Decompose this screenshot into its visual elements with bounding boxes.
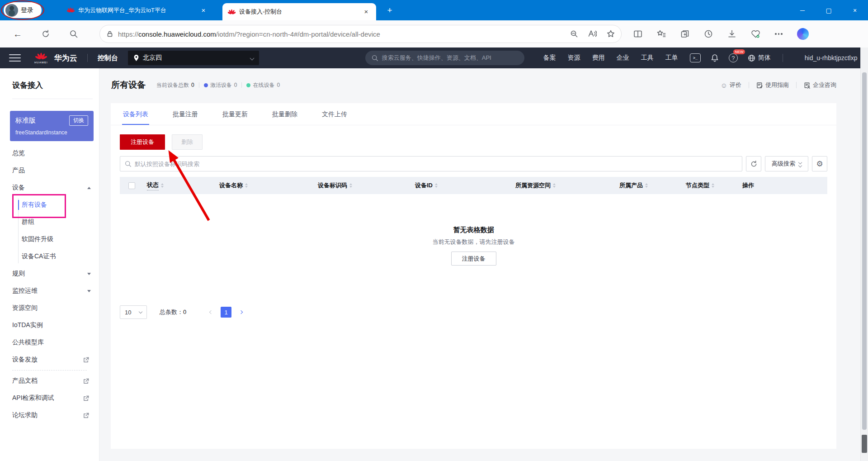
tab-batch-delete[interactable]: 批量删除 — [272, 110, 297, 125]
sidebar-item-forum-help[interactable]: 论坛求助 — [0, 407, 99, 424]
notification-bell-icon[interactable] — [711, 54, 719, 62]
nav-link-billing[interactable]: 费用 — [592, 54, 605, 62]
page-size-select[interactable]: 10 — [120, 305, 147, 319]
address-bar[interactable]: https://console.huaweicloud.com/iotdm/?r… — [99, 25, 622, 43]
brand-name[interactable]: 华为云 — [54, 53, 77, 63]
tab-batch-register[interactable]: 批量注册 — [173, 110, 198, 125]
console-link[interactable]: 控制台 — [98, 54, 118, 62]
prev-page-button[interactable] — [206, 307, 216, 317]
browser-profile-button[interactable]: 登录 — [4, 2, 42, 18]
search-icon[interactable] — [66, 26, 81, 42]
sort-icon[interactable] — [435, 183, 438, 188]
downloads-icon[interactable] — [727, 29, 736, 38]
table-settings-button[interactable]: ⚙ — [812, 156, 827, 171]
sidebar-group-rules[interactable]: 规则 — [0, 265, 99, 282]
sidebar-item-device-provisioning[interactable]: 设备发放 — [0, 351, 99, 368]
topnav-links: 备案 资源 费用 企业 工具 工单 — [543, 54, 678, 62]
cloud-search-input[interactable]: 搜索云服务、快捷操作、资源、文档、API — [365, 51, 524, 65]
advanced-search-button[interactable]: 高级搜索 — [765, 156, 808, 171]
huawei-favicon — [67, 7, 75, 14]
empty-register-device-button[interactable]: 注册设备 — [451, 252, 496, 266]
region-selector[interactable]: 北京四 — [128, 51, 259, 65]
region-name: 北京四 — [143, 54, 162, 62]
sidebar-item-iotda-instances[interactable]: IoTDA实例 — [0, 317, 99, 334]
browser-essentials-icon[interactable] — [751, 30, 760, 38]
read-aloud-icon[interactable] — [588, 30, 597, 38]
switch-instance-button[interactable]: 切换 — [69, 115, 88, 126]
sidebar-group-monitoring[interactable]: 监控运维 — [0, 282, 99, 299]
guide-doc-icon — [756, 82, 763, 89]
sidebar-item-public-model-library[interactable]: 公共模型库 — [0, 334, 99, 351]
sort-icon[interactable] — [245, 183, 248, 188]
close-tab-icon[interactable]: × — [362, 7, 371, 16]
nav-link-ticket[interactable]: 工单 — [665, 54, 678, 62]
reload-icon[interactable] — [38, 26, 53, 42]
smiley-icon: ☺ — [721, 81, 727, 89]
instance-edition: 标准版 — [15, 116, 36, 125]
collections-icon[interactable] — [680, 29, 689, 38]
sidebar-item-groups[interactable]: 群组 — [0, 214, 99, 231]
device-search-box[interactable] — [120, 156, 742, 171]
cli-icon[interactable]: >_ — [690, 53, 701, 62]
browser-tab-iot-portal[interactable]: 华为云物联网平台_华为云IoT平台 × — [61, 0, 213, 20]
tab-file-upload[interactable]: 文件上传 — [322, 110, 347, 125]
copilot-icon[interactable] — [797, 28, 809, 40]
nav-link-beian[interactable]: 备案 — [543, 54, 556, 62]
scrollbar-down-button[interactable] — [862, 435, 867, 453]
user-account-id[interactable]: hid_u-rhbktjpzctlxp — [805, 54, 858, 62]
browser-tab-device-console[interactable]: 设备接入-控制台 × — [222, 3, 376, 20]
sidebar-item-api-explorer[interactable]: API检索和调试 — [0, 390, 99, 407]
back-icon[interactable]: ← — [10, 26, 25, 42]
history-icon[interactable] — [704, 29, 713, 38]
external-link-icon — [83, 357, 89, 363]
favorites-icon[interactable] — [657, 29, 666, 38]
sidebar-item-product-docs[interactable]: 产品文档 — [0, 372, 99, 390]
hamburger-menu-icon[interactable] — [9, 52, 21, 64]
sort-icon[interactable] — [712, 183, 714, 188]
sidebar-item-overview[interactable]: 总览 — [0, 145, 99, 162]
feedback-link[interactable]: ☺评价 — [721, 81, 741, 89]
new-tab-button[interactable]: + — [383, 5, 396, 16]
refresh-search-button[interactable] — [746, 156, 761, 171]
page-scrollbar[interactable] — [860, 48, 868, 461]
next-page-button[interactable] — [236, 307, 246, 317]
nav-link-enterprise[interactable]: 企业 — [617, 54, 629, 62]
delete-button[interactable]: 删除 — [172, 134, 203, 150]
user-guide-link[interactable]: 使用指南 — [756, 81, 789, 89]
search-icon — [125, 161, 132, 167]
sidebar-item-firmware-upgrade[interactable]: 软固件升级 — [0, 231, 99, 248]
sidebar-item-all-devices[interactable]: 所有设备 — [0, 196, 99, 214]
huawei-logo[interactable]: HUAWEI — [34, 52, 48, 64]
sort-icon[interactable] — [553, 183, 556, 188]
nav-link-resources[interactable]: 资源 — [568, 54, 580, 62]
current-page[interactable]: 1 — [221, 307, 231, 318]
help-icon[interactable]: ? NEW — [729, 53, 738, 62]
zoom-out-icon[interactable] — [570, 30, 578, 38]
register-device-button[interactable]: 注册设备 — [120, 134, 165, 150]
new-badge: NEW — [733, 49, 745, 54]
select-all-checkbox[interactable] — [128, 182, 135, 189]
sort-icon[interactable] — [349, 183, 352, 188]
scrollbar-thumb[interactable] — [862, 72, 867, 430]
enterprise-consult-link[interactable]: 企业咨询 — [804, 81, 836, 89]
split-screen-icon[interactable] — [633, 29, 642, 38]
tab-batch-update[interactable]: 批量更新 — [222, 110, 248, 125]
sidebar-group-devices[interactable]: 设备 — [0, 179, 99, 196]
more-menu-icon[interactable] — [775, 33, 783, 35]
close-tab-icon[interactable]: × — [199, 6, 208, 15]
profile-label: 登录 — [21, 6, 33, 14]
nav-link-tools[interactable]: 工具 — [641, 54, 654, 62]
tab-device-list[interactable]: 设备列表 — [123, 110, 148, 125]
sidebar-item-resource-spaces[interactable]: 资源空间 — [0, 299, 99, 317]
sidebar-item-device-ca-cert[interactable]: 设备CA证书 — [0, 248, 99, 265]
sort-icon[interactable] — [161, 183, 164, 188]
module-title: 设备接入 — [0, 68, 99, 99]
language-switcher[interactable]: 简体 — [748, 54, 771, 62]
device-search-input[interactable] — [135, 161, 737, 167]
close-window-button[interactable]: × — [842, 0, 868, 20]
sidebar-item-products[interactable]: 产品 — [0, 162, 99, 179]
maximize-button[interactable]: ▢ — [816, 0, 842, 20]
sort-icon[interactable] — [645, 183, 648, 188]
favorite-star-icon[interactable] — [607, 30, 615, 38]
minimize-button[interactable]: ─ — [789, 0, 816, 20]
